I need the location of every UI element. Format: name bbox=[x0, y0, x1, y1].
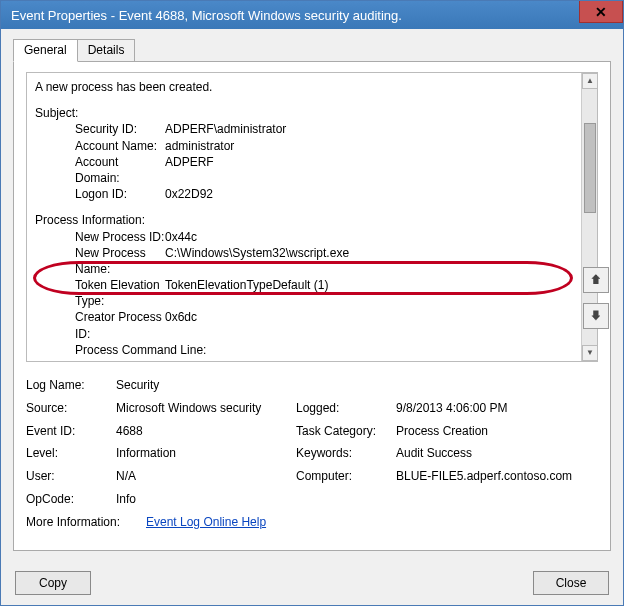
account-domain-value: ADPERF bbox=[165, 154, 593, 186]
computer-value: BLUE-FILE5.adperf.contoso.com bbox=[396, 465, 598, 488]
dialog-footer: Copy Close bbox=[1, 561, 623, 605]
computer-label: Computer: bbox=[296, 465, 396, 488]
account-domain-label: Account Domain: bbox=[35, 154, 165, 186]
account-name-label: Account Name: bbox=[35, 138, 165, 154]
arrow-down-icon: 🡇 bbox=[590, 309, 602, 323]
more-info-label: More Information: bbox=[26, 511, 146, 534]
level-label: Level: bbox=[26, 442, 116, 465]
tab-content-general: A new process has been created. Subject:… bbox=[13, 61, 611, 551]
source-label: Source: bbox=[26, 397, 116, 420]
security-id-label: Security ID: bbox=[35, 121, 165, 137]
logon-id-value: 0x22D92 bbox=[165, 186, 593, 202]
tab-details[interactable]: Details bbox=[77, 39, 136, 61]
event-metadata-grid: Log Name: Security Source: Microsoft Win… bbox=[26, 374, 598, 534]
task-category-value: Process Creation bbox=[396, 420, 598, 443]
event-properties-window: Event Properties - Event 4688, Microsoft… bbox=[0, 0, 624, 606]
source-value: Microsoft Windows security bbox=[116, 397, 296, 420]
opcode-value: Info bbox=[116, 488, 296, 511]
process-cmdline-value: "C:\Windows\System32\WScript.exe" "C:\sy… bbox=[35, 358, 593, 362]
task-category-label: Task Category: bbox=[296, 420, 396, 443]
process-info-section-label: Process Information: bbox=[35, 212, 593, 228]
scroll-thumb[interactable] bbox=[584, 123, 596, 213]
creator-process-id-value: 0x6dc bbox=[165, 309, 593, 341]
creator-process-id-label: Creator Process ID: bbox=[35, 309, 165, 341]
prev-event-button[interactable]: 🡅 bbox=[583, 267, 609, 293]
logon-id-label: Logon ID: bbox=[35, 186, 165, 202]
event-detail-textbox[interactable]: A new process has been created. Subject:… bbox=[26, 72, 598, 362]
security-id-value: ADPERF\administrator bbox=[165, 121, 593, 137]
log-name-label: Log Name: bbox=[26, 374, 116, 397]
titlebar: Event Properties - Event 4688, Microsoft… bbox=[1, 1, 623, 29]
event-id-value: 4688 bbox=[116, 420, 296, 443]
next-event-button[interactable]: 🡇 bbox=[583, 303, 609, 329]
process-cmdline-label: Process Command Line: bbox=[35, 342, 165, 358]
opcode-label: OpCode: bbox=[26, 488, 116, 511]
keywords-value: Audit Success bbox=[396, 442, 598, 465]
logged-label: Logged: bbox=[296, 397, 396, 420]
token-elevation-label: Token Elevation Type: bbox=[35, 277, 165, 309]
event-log-online-help-link[interactable]: Event Log Online Help bbox=[146, 515, 266, 529]
dialog-body: General Details A new process has been c… bbox=[1, 29, 623, 561]
arrow-up-icon: 🡅 bbox=[590, 273, 602, 287]
user-value: N/A bbox=[116, 465, 296, 488]
level-value: Information bbox=[116, 442, 296, 465]
event-id-label: Event ID: bbox=[26, 420, 116, 443]
window-title: Event Properties - Event 4688, Microsoft… bbox=[11, 8, 402, 23]
tab-general[interactable]: General bbox=[13, 39, 78, 62]
new-process-id-label: New Process ID: bbox=[35, 229, 165, 245]
close-icon: ✕ bbox=[595, 4, 607, 20]
tab-bar: General Details bbox=[13, 39, 611, 61]
new-process-name-label: New Process Name: bbox=[35, 245, 165, 277]
account-name-value: administrator bbox=[165, 138, 593, 154]
window-close-button[interactable]: ✕ bbox=[579, 1, 623, 23]
token-elevation-value: TokenElevationTypeDefault (1) bbox=[165, 277, 593, 309]
scroll-down-icon[interactable]: ▼ bbox=[582, 345, 598, 361]
new-process-name-value: C:\Windows\System32\wscript.exe bbox=[165, 245, 593, 277]
copy-button[interactable]: Copy bbox=[15, 571, 91, 595]
keywords-label: Keywords: bbox=[296, 442, 396, 465]
log-name-value: Security bbox=[116, 374, 396, 397]
scroll-up-icon[interactable]: ▲ bbox=[582, 73, 598, 89]
detail-heading: A new process has been created. bbox=[35, 79, 593, 95]
subject-section-label: Subject: bbox=[35, 105, 593, 121]
user-label: User: bbox=[26, 465, 116, 488]
new-process-id-value: 0x44c bbox=[165, 229, 593, 245]
close-button[interactable]: Close bbox=[533, 571, 609, 595]
logged-value: 9/8/2013 4:06:00 PM bbox=[396, 397, 598, 420]
